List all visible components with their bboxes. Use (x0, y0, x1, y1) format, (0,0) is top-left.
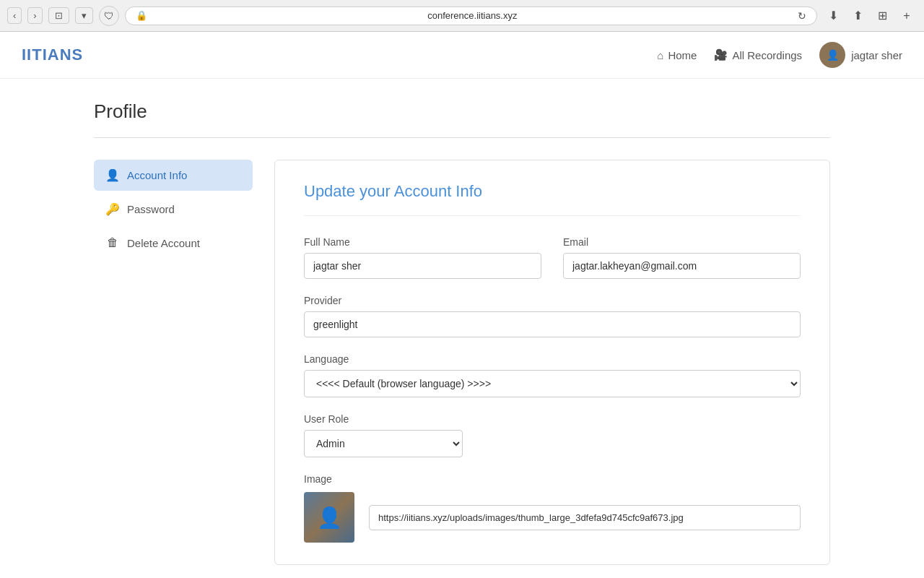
sidebar-account-info-label: Account Info (127, 169, 187, 181)
name-email-row: Full Name Email (304, 236, 801, 279)
user-name: jagtar sher (851, 49, 902, 61)
shield-button[interactable]: 🛡 (99, 6, 119, 26)
panel-title: Update your Account Info (304, 182, 801, 201)
add-tab-button[interactable]: + (897, 6, 917, 26)
user-role-row: User Role Admin (304, 413, 801, 457)
main-content: Profile 👤 Account Info 🔑 Password 🗑 Dele… (65, 79, 859, 578)
provider-input[interactable] (304, 311, 801, 337)
language-row: Language <<<< Default (browser language)… (304, 353, 801, 397)
share-button[interactable]: ⬆ (847, 6, 868, 26)
sidebar-item-delete-account[interactable]: 🗑 Delete Account (94, 228, 253, 258)
page-divider (94, 137, 830, 138)
image-section: Image 👤 (304, 473, 801, 543)
recordings-label: All Recordings (732, 49, 802, 61)
user-menu[interactable]: 👤 jagtar sher (819, 42, 902, 68)
image-label: Image (304, 473, 801, 485)
sidebar-item-account-info[interactable]: 👤 Account Info (94, 160, 253, 191)
url-bar[interactable]: 🔒 conference.iitians.xyz ↻ (125, 7, 817, 25)
brand-text: IITIANS (22, 46, 83, 64)
provider-label: Provider (304, 295, 801, 306)
image-url-input[interactable] (369, 505, 801, 530)
extensions-button[interactable]: ⊞ (872, 6, 892, 26)
provider-row: Provider (304, 295, 801, 337)
language-label: Language (304, 353, 801, 365)
home-icon: ⌂ (657, 49, 663, 61)
image-preview: 👤 (304, 492, 354, 543)
sidebar-delete-label: Delete Account (127, 237, 200, 249)
sidebar-password-label: Password (127, 203, 175, 215)
profile-layout: 👤 Account Info 🔑 Password 🗑 Delete Accou… (94, 160, 830, 565)
home-label: Home (668, 49, 697, 61)
full-name-input[interactable] (304, 253, 541, 279)
download-button[interactable]: ⬇ (823, 6, 843, 26)
trash-icon: 🗑 (105, 236, 120, 249)
page-title: Profile (94, 100, 830, 123)
full-name-label: Full Name (304, 236, 541, 248)
user-icon: 👤 (105, 168, 120, 182)
brand-logo: IITIANS (22, 46, 83, 64)
tab-dropdown-button[interactable]: ▾ (75, 7, 93, 24)
recordings-icon: 🎥 (714, 48, 728, 61)
user-role-label: User Role (304, 413, 463, 425)
sidebar: 👤 Account Info 🔑 Password 🗑 Delete Accou… (94, 160, 253, 565)
reload-button[interactable]: ↻ (798, 10, 806, 22)
image-row: 👤 (304, 492, 801, 543)
panel-divider (304, 215, 801, 216)
app-header: IITIANS ⌂ Home 🎥 All Recordings 👤 jagtar… (0, 32, 924, 79)
tab-layout-button[interactable]: ⊡ (48, 7, 69, 24)
browser-action-buttons: ⬇ ⬆ ⊞ + (823, 6, 917, 26)
forward-button[interactable]: › (27, 7, 42, 24)
user-role-select[interactable]: Admin (304, 430, 463, 457)
home-nav-link[interactable]: ⌂ Home (657, 49, 697, 61)
email-group: Email (563, 236, 801, 279)
email-input[interactable] (563, 253, 801, 279)
language-select[interactable]: <<<< Default (browser language) >>>> (304, 370, 801, 397)
user-role-group: User Role Admin (304, 413, 463, 457)
nav-links: ⌂ Home 🎥 All Recordings 👤 jagtar sher (657, 42, 902, 68)
full-name-group: Full Name (304, 236, 541, 279)
recordings-nav-link[interactable]: 🎥 All Recordings (714, 48, 802, 61)
url-text: conference.iitians.xyz (152, 10, 793, 21)
provider-group: Provider (304, 295, 801, 337)
email-label: Email (563, 236, 801, 248)
sidebar-item-password[interactable]: 🔑 Password (94, 194, 253, 225)
language-group: Language <<<< Default (browser language)… (304, 353, 801, 397)
lock-icon: 🔒 (136, 10, 147, 21)
browser-chrome: ‹ › ⊡ ▾ 🛡 🔒 conference.iitians.xyz ↻ ⬇ ⬆… (0, 0, 924, 32)
key-icon: 🔑 (105, 202, 120, 216)
back-button[interactable]: ‹ (7, 7, 22, 24)
content-panel: Update your Account Info Full Name Email… (274, 160, 830, 565)
avatar: 👤 (819, 42, 845, 68)
